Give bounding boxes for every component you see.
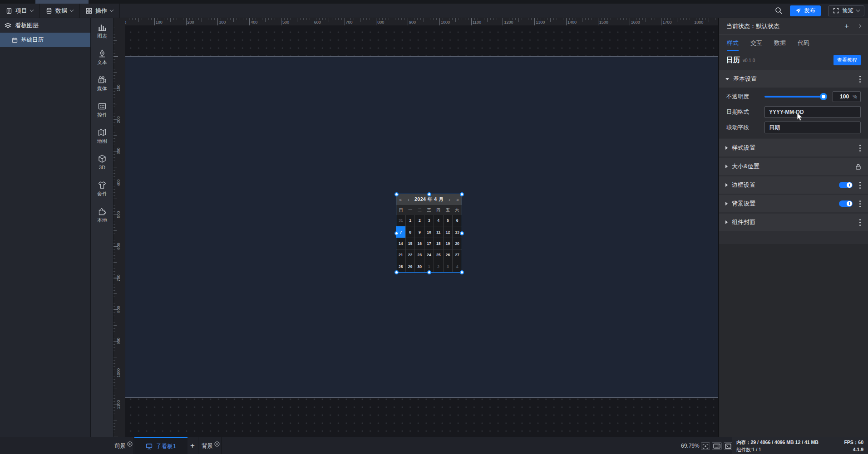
next-year-button[interactable]: » [454,197,462,202]
calendar-day[interactable]: 21 [396,249,405,260]
calendar-day[interactable]: 4 [434,215,443,226]
calendar-day[interactable]: 9 [415,226,424,237]
calendar-day[interactable]: 24 [424,249,434,260]
map-icon [98,128,107,137]
menu-actions[interactable]: 操作 [80,4,120,18]
resize-handle[interactable] [395,270,399,274]
calendar-day[interactable]: 20 [453,238,462,249]
resize-handle[interactable] [460,231,464,235]
tool-map[interactable]: 地图 [91,128,113,149]
preview-button[interactable]: 预览 [828,5,864,16]
link-field-input[interactable]: 日期 [764,122,861,133]
tool-text[interactable]: 文本 [91,49,113,70]
calendar-day[interactable]: 18 [434,238,443,249]
foreground-group[interactable]: 前景 [114,437,133,454]
tool-chart[interactable]: 图表 [91,23,113,44]
menu-project[interactable]: 项目 [0,4,40,18]
border-toggle[interactable] [839,182,853,188]
resize-handle[interactable] [460,270,464,274]
calendar-day[interactable]: 17 [424,238,434,249]
calendar-day[interactable]: 5 [444,215,453,226]
component-version: v0.1.0 [743,58,755,63]
calendar-day[interactable]: 23 [415,249,424,260]
calendar-day[interactable]: 8 [406,226,415,237]
calendar-day[interactable]: 30 [415,261,424,272]
kebab-menu-icon[interactable] [859,78,861,80]
publish-button[interactable]: 发布 [790,5,821,16]
ruler-tick-label: 800 [116,304,121,315]
search-icon[interactable] [775,7,783,15]
tool-kit[interactable]: 套件 [91,181,113,201]
prev-month-button[interactable]: ‹ [404,197,413,202]
opacity-input[interactable]: 100 % [833,91,861,102]
tutorial-button[interactable]: 查看教程 [833,55,861,65]
tool-media[interactable]: 媒体 [91,75,113,96]
add-state-button[interactable]: + [844,23,849,30]
kebab-menu-icon[interactable] [859,203,861,205]
date-format-input[interactable]: YYYY-MM-DD [764,106,861,118]
chevron-right-icon[interactable] [858,24,861,28]
calendar-day[interactable]: 22 [406,249,415,260]
calendar-day[interactable]: 2 [415,215,424,226]
section-style-settings[interactable]: 样式设置 [719,139,868,156]
console-button[interactable] [724,442,733,450]
calendar-widget[interactable]: « ‹ 2024 年 4 月 › » 日一二三四五六 3112345678910… [396,194,462,272]
calendar-day[interactable]: 12 [444,226,453,237]
layer-item-basic-calendar[interactable]: 基础日历 [0,33,90,47]
fit-view-button[interactable] [701,442,710,450]
prev-year-button[interactable]: « [396,197,404,202]
calendar-day[interactable]: 1 [406,215,415,226]
menu-data[interactable]: 数据 [40,4,80,18]
calendar-day[interactable]: 14 [396,238,405,249]
section-basic-settings[interactable]: 基本设置 [719,70,868,88]
calendar-day[interactable]: 26 [444,249,453,260]
zoom-percent[interactable]: 69.79% [681,437,700,454]
resize-handle[interactable] [395,192,399,196]
background-group[interactable]: 背景 [202,437,220,454]
shortcut-keys-button[interactable] [712,442,722,450]
kebab-menu-icon[interactable] [859,222,861,223]
kebab-menu-icon[interactable] [859,185,861,186]
tab-interaction[interactable]: 交互 [750,39,762,51]
board-tab[interactable]: 子看板1 [134,437,187,454]
section-component-cover[interactable]: 组件封面 [719,214,868,231]
circle-plus-icon[interactable] [214,441,220,447]
calendar-day[interactable]: 15 [406,238,415,249]
next-month-button[interactable]: › [445,197,454,202]
resize-handle[interactable] [460,192,464,196]
weekday-label: 一 [406,205,415,215]
calendar-day[interactable]: 2 [434,261,443,272]
opacity-slider[interactable] [764,96,826,98]
resize-handle[interactable] [427,192,431,196]
tab-code[interactable]: 代码 [798,39,809,51]
tab-style[interactable]: 样式 [727,39,739,51]
weekday-label: 六 [452,205,462,215]
add-board-button[interactable]: + [187,437,197,454]
calendar-day[interactable]: 19 [444,238,453,249]
calendar-day[interactable]: 3 [444,261,453,272]
resize-handle[interactable] [427,270,431,274]
section-size-position[interactable]: 大小&位置 [719,158,868,175]
calendar-day[interactable]: 27 [453,249,462,260]
section-border-settings[interactable]: 边框设置 [719,176,868,194]
calendar-day[interactable]: 10 [424,226,434,237]
tool-puzzle[interactable]: 本地 [91,207,113,228]
media-icon [98,75,107,84]
circle-plus-icon[interactable] [127,441,133,447]
calendar-day[interactable]: 3 [424,215,434,226]
calendar-day[interactable]: 11 [434,226,443,237]
calendar-day[interactable]: 29 [406,261,415,272]
tab-data[interactable]: 数据 [774,39,786,51]
calendar-day[interactable]: 25 [434,249,443,260]
tool-cube[interactable]: 3D [91,154,113,175]
slider-knob[interactable] [820,93,827,100]
tool-widget[interactable]: 控件 [91,102,113,122]
background-toggle[interactable] [839,200,853,207]
resize-handle[interactable] [395,231,399,235]
calendar-day[interactable]: 31 [396,215,405,226]
section-background-settings[interactable]: 背景设置 [719,195,868,212]
calendar-day[interactable]: 6 [453,215,462,226]
lock-icon[interactable] [855,163,862,170]
calendar-day[interactable]: 16 [415,238,424,249]
kebab-menu-icon[interactable] [859,147,861,149]
